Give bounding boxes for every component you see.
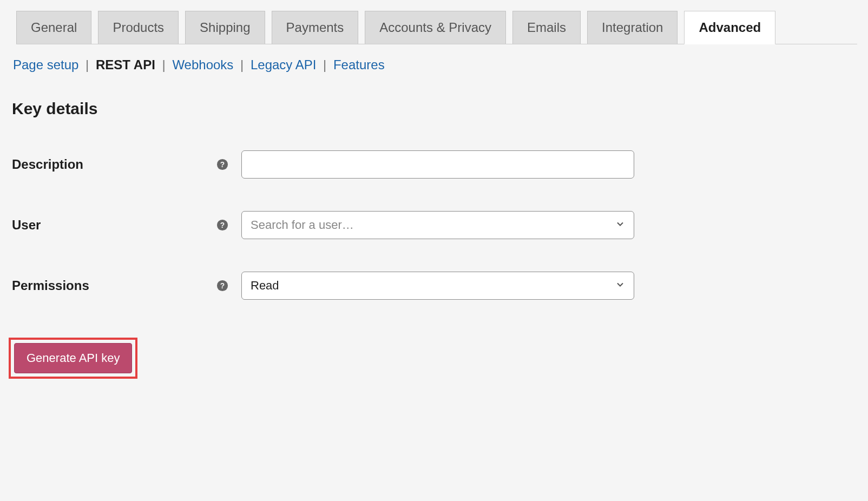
- advanced-subnav: Page setup | REST API | Webhooks | Legac…: [11, 57, 857, 72]
- permissions-select-wrap: Read: [241, 272, 634, 300]
- tab-emails[interactable]: Emails: [512, 11, 581, 44]
- help-icon[interactable]: ?: [216, 159, 228, 170]
- description-input[interactable]: [241, 150, 634, 179]
- label-description: Description: [11, 157, 216, 172]
- permissions-select[interactable]: Read: [241, 272, 634, 300]
- subnav-features[interactable]: Features: [333, 57, 385, 72]
- subnav-separator: |: [86, 57, 89, 72]
- user-select-wrap: Search for a user…: [241, 211, 634, 239]
- row-user: User ? Search for a user…: [11, 211, 857, 239]
- label-user: User: [11, 217, 216, 233]
- tab-integration[interactable]: Integration: [587, 11, 678, 44]
- tab-shipping[interactable]: Shipping: [185, 11, 265, 44]
- subnav-rest-api[interactable]: REST API: [96, 57, 155, 72]
- svg-text:?: ?: [220, 221, 225, 229]
- subnav-separator: |: [240, 57, 244, 72]
- generate-api-key-button[interactable]: Generate API key: [14, 343, 132, 373]
- help-icon[interactable]: ?: [216, 219, 228, 231]
- highlight-annotation: Generate API key: [9, 338, 137, 379]
- tab-products[interactable]: Products: [98, 11, 179, 44]
- page-title: Key details: [11, 100, 857, 118]
- svg-text:?: ?: [220, 161, 225, 169]
- tab-payments[interactable]: Payments: [272, 11, 359, 44]
- subnav-legacy-api[interactable]: Legacy API: [251, 57, 316, 72]
- tab-general[interactable]: General: [16, 11, 91, 44]
- user-select[interactable]: Search for a user…: [241, 211, 634, 239]
- row-description: Description ?: [11, 150, 857, 179]
- tab-accounts-privacy[interactable]: Accounts & Privacy: [365, 11, 506, 44]
- tab-advanced[interactable]: Advanced: [684, 11, 775, 44]
- subnav-separator: |: [323, 57, 326, 72]
- subnav-page-setup[interactable]: Page setup: [13, 57, 78, 72]
- key-details-form: Description ? User ? Search for a user… …: [11, 150, 857, 300]
- settings-tabs: General Products Shipping Payments Accou…: [16, 11, 857, 44]
- label-permissions: Permissions: [11, 278, 216, 293]
- subnav-separator: |: [162, 57, 165, 72]
- svg-text:?: ?: [220, 282, 225, 290]
- help-icon[interactable]: ?: [216, 280, 228, 292]
- row-permissions: Permissions ? Read: [11, 272, 857, 300]
- subnav-webhooks[interactable]: Webhooks: [172, 57, 233, 72]
